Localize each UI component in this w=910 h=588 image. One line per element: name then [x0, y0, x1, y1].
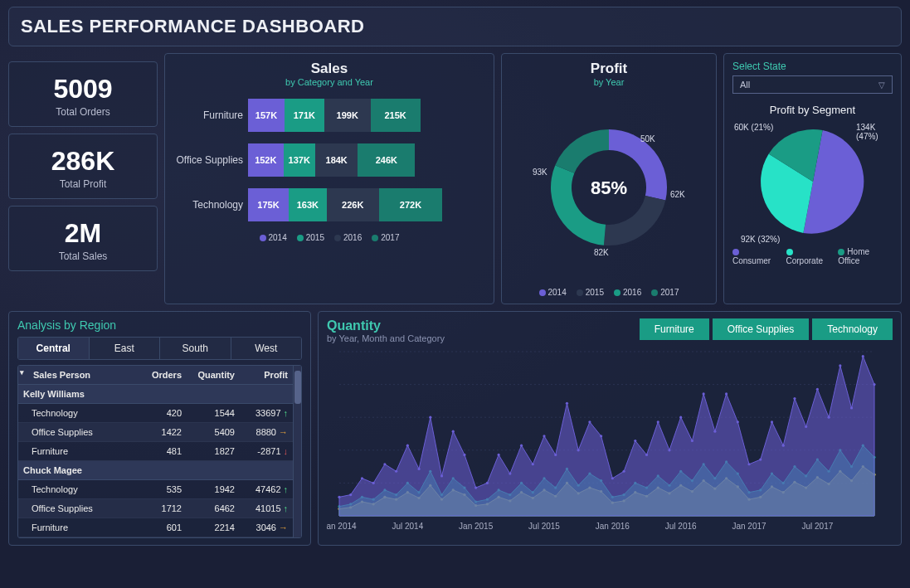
table-row[interactable]: Technology535194247462↑ [18, 480, 293, 499]
panel-title: Analysis by Region [17, 318, 302, 332]
svg-point-127 [577, 449, 580, 451]
svg-point-124 [543, 435, 545, 437]
cat-tab-technology[interactable]: Technology [812, 318, 893, 340]
kpi-column: 5009 Total Orders 286K Total Profit 2M T… [8, 53, 158, 304]
svg-text:82K: 82K [594, 248, 609, 257]
cat-tab-furniture[interactable]: Furniture [640, 318, 709, 340]
tab-south[interactable]: South [160, 338, 231, 359]
bar-segment: 199K [324, 99, 371, 132]
sales-by-category-panel: Sales by Category and Year Furniture157K… [164, 53, 494, 304]
kpi-total-orders: 5009 Total Orders [8, 61, 158, 127]
svg-point-114 [429, 416, 431, 419]
svg-point-142 [747, 463, 750, 465]
tab-central[interactable]: Central [18, 338, 90, 359]
svg-point-153 [873, 383, 875, 386]
svg-point-110 [383, 463, 386, 465]
sort-icon[interactable]: ▾ [20, 368, 24, 377]
bar-segment: 157K [248, 99, 285, 132]
svg-point-133 [645, 454, 648, 456]
svg-point-129 [600, 435, 602, 437]
svg-point-113 [417, 468, 420, 470]
svg-point-152 [862, 355, 864, 357]
svg-text:Jul 2014: Jul 2014 [392, 522, 423, 531]
bar-segment: 272K [379, 188, 442, 221]
table-row[interactable]: Office Supplies142254098880→ [18, 423, 293, 442]
pie-label: 60K (21%) [734, 123, 773, 132]
tab-west[interactable]: West [231, 338, 302, 359]
bar-segment: 246K [358, 143, 415, 177]
table-header: ▾ Sales Person Orders Quantity Profit [18, 366, 293, 385]
legend-item: 2017 [651, 288, 679, 297]
svg-text:93K: 93K [533, 168, 547, 177]
svg-point-119 [486, 482, 489, 484]
right-panel: Select State All ▽ Profit by Segment 60K… [723, 53, 902, 304]
legend-item: 2014 [260, 233, 287, 242]
chart-subtitle: by Year, Month and Category [327, 333, 445, 343]
legend-item: 2015 [297, 233, 324, 242]
dashboard-header: SALES PERFORMANCE DASHBOARD [8, 7, 902, 46]
kpi-label: Total Sales [12, 250, 153, 262]
svg-point-109 [372, 482, 375, 484]
svg-text:Jan 2017: Jan 2017 [732, 522, 766, 531]
legend-item: Home Office [838, 247, 893, 265]
trend-up-icon: ↑ [284, 503, 289, 513]
trend-down-icon: ↓ [284, 446, 289, 456]
svg-point-138 [703, 392, 705, 395]
legend-item: 2016 [614, 288, 641, 297]
svg-point-146 [793, 397, 796, 400]
table-group: Chuck Magee [18, 461, 293, 480]
svg-point-106 [338, 496, 340, 498]
pie-label: 92K (32%) [741, 235, 780, 244]
legend-item: Consumer [732, 247, 780, 265]
kpi-total-profit: 286K Total Profit [8, 134, 158, 199]
table-row[interactable]: Furniture60122143046→ [18, 518, 293, 537]
tab-east[interactable]: East [90, 338, 161, 359]
trend-flat-icon: → [279, 427, 288, 437]
bar-segment: 226K [327, 188, 379, 221]
chart-title: Sales [173, 61, 485, 77]
kpi-value: 5009 [12, 74, 153, 104]
table-group: Kelly Williams [18, 385, 293, 404]
svg-point-150 [839, 364, 841, 367]
bar-segment: 175K [248, 188, 289, 221]
svg-point-147 [805, 425, 807, 428]
svg-text:Jul 2017: Jul 2017 [801, 522, 833, 531]
chart-title: Quantity [327, 318, 445, 333]
svg-point-136 [679, 416, 682, 419]
svg-point-117 [463, 454, 465, 456]
svg-point-108 [361, 477, 363, 479]
legend-item: 2014 [539, 288, 567, 297]
cat-tab-office[interactable]: Office Supplies [713, 318, 810, 340]
legend-item: 2017 [372, 233, 399, 242]
state-select[interactable]: All ▽ [732, 75, 893, 94]
svg-point-151 [850, 406, 853, 409]
chart-subtitle: by Category and Year [173, 77, 485, 87]
bar-segment: 184K [315, 143, 358, 177]
quantity-area-chart: Jan 2014Jul 2014Jan 2015Jul 2015Jan 2016… [327, 343, 883, 534]
sales-legend: 2014 2015 2016 2017 [173, 233, 485, 242]
svg-point-122 [520, 445, 523, 447]
filter-label: Select State [732, 61, 893, 72]
svg-point-145 [782, 445, 785, 447]
kpi-total-sales: 2M Total Sales [8, 206, 158, 271]
svg-point-115 [440, 474, 443, 477]
svg-point-123 [532, 463, 534, 465]
table-row[interactable]: Technology420154433697↑ [18, 404, 293, 423]
page-title: SALES PERFORMANCE DASHBOARD [21, 16, 889, 37]
region-tabs: Central East South West [17, 337, 302, 360]
table-row[interactable]: Office Supplies1712646241015↑ [18, 499, 293, 518]
kpi-label: Total Profit [12, 178, 153, 190]
svg-point-130 [611, 477, 614, 479]
chart-subtitle: by Year [510, 77, 708, 87]
svg-point-126 [566, 402, 568, 405]
region-analysis-panel: Analysis by Region Central East South We… [8, 311, 311, 546]
svg-point-141 [737, 420, 739, 423]
table-row[interactable]: Furniture4811827-2871↓ [18, 442, 293, 461]
svg-point-118 [474, 486, 477, 488]
scrollbar[interactable] [293, 366, 301, 537]
chart-title: Profit [510, 61, 708, 77]
kpi-value: 286K [12, 146, 153, 177]
svg-text:Jan 2014: Jan 2014 [327, 522, 357, 531]
kpi-label: Total Orders [12, 106, 153, 118]
svg-text:Jul 2016: Jul 2016 [665, 522, 697, 531]
